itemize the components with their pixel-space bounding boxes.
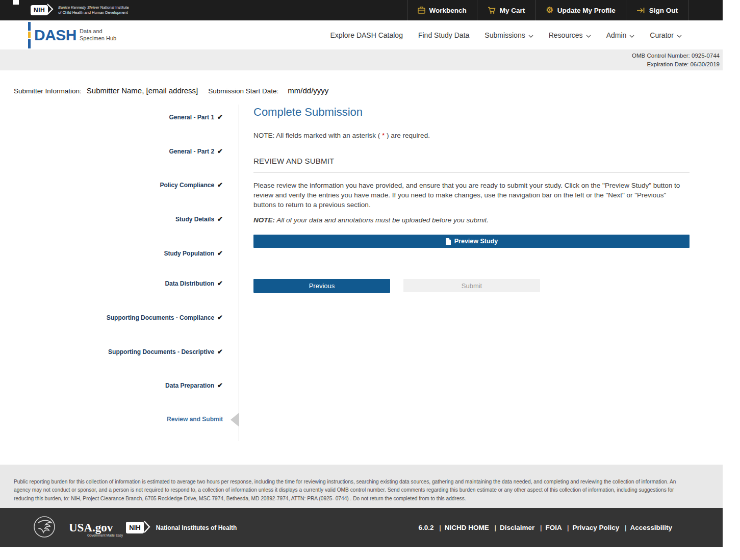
my-cart-menu-item[interactable]: My Cart xyxy=(477,0,535,20)
sidebar-step-supporting-documents-descriptive[interactable]: Supporting Documents - Descriptive✔ xyxy=(108,348,223,355)
footer-logos: USA.gov Government Made Easy NIH Nationa… xyxy=(33,516,237,540)
preview-study-button[interactable]: Preview Study xyxy=(253,235,690,248)
sign-out-label: Sign Out xyxy=(649,7,678,14)
section-divider xyxy=(253,172,690,173)
submission-start-date-label: Submission Start Date: xyxy=(208,87,278,95)
footer-link-disclaimer[interactable]: Disclaimer xyxy=(500,524,534,531)
submitter-name-value: Submitter Name, [email address] xyxy=(87,86,198,95)
sidebar-step-data-preparation[interactable]: Data Preparation✔ xyxy=(165,381,223,389)
sign-out-menu-item[interactable]: Sign Out xyxy=(626,0,688,20)
footer-link-foia[interactable]: FOIA xyxy=(546,524,562,531)
sidebar-step-supporting-documents-compliance[interactable]: Supporting Documents - Compliance✔ xyxy=(107,314,223,321)
nih-footer-chevron-icon xyxy=(144,520,151,536)
chevron-down-icon xyxy=(528,31,533,39)
workbench-icon xyxy=(418,7,425,14)
sidebar-step-study-details[interactable]: Study Details✔ xyxy=(175,215,223,223)
sidebar-step-general-part-1[interactable]: General - Part 1✔ xyxy=(169,113,223,121)
review-instructions: Please review the information you have p… xyxy=(253,181,690,210)
hhs-eagle-logo[interactable] xyxy=(33,516,56,540)
burden-statement-text: Public reporting burden for this collect… xyxy=(0,465,723,503)
cart-icon xyxy=(488,7,496,14)
sidebar-step-study-population[interactable]: Study Population✔ xyxy=(164,249,223,257)
nih-footer-box: NIH xyxy=(126,522,143,533)
nih-nichd-logo[interactable]: NIH Eunice Kennedy Shriver National Inst… xyxy=(31,3,129,17)
page: NIH Eunice Kennedy Shriver National Inst… xyxy=(0,0,740,560)
nav-submissions[interactable]: Submissions xyxy=(484,31,533,39)
section-heading: REVIEW AND SUBMIT xyxy=(253,157,690,165)
main-nav: Explore DASH Catalog Find Study Data Sub… xyxy=(330,31,682,39)
usagov-tagline: Government Made Easy xyxy=(87,533,123,537)
step-label: Data Preparation xyxy=(165,382,214,389)
omb-control-number: OMB Control Number: 0925-0744 xyxy=(632,52,720,60)
nih-chevron-icon xyxy=(47,3,54,17)
chevron-down-icon xyxy=(629,31,634,39)
omb-expiration-date: Expiration Date: 06/30/2019 xyxy=(647,60,720,68)
site-footer: USA.gov Government Made Easy NIH Nationa… xyxy=(0,508,723,547)
nav-explore-dash-catalog[interactable]: Explore DASH Catalog xyxy=(330,31,403,39)
footer-link-nichd-home[interactable]: NICHD HOME xyxy=(445,524,489,531)
previous-button[interactable]: Previous xyxy=(253,279,390,293)
chevron-down-icon xyxy=(586,31,591,39)
nav-curator[interactable]: Curator xyxy=(650,31,682,39)
nichd-org-name: Eunice Kennedy Shriver National Institut… xyxy=(58,5,129,15)
step-label: Supporting Documents - Descriptive xyxy=(108,348,214,355)
nih-logo-box: NIH xyxy=(31,5,48,15)
check-icon: ✔ xyxy=(217,249,223,257)
nav-button-row: Previous Submit xyxy=(253,279,690,293)
upload-note: NOTE: All of your data and annotations m… xyxy=(253,216,690,224)
dash-logo-bar xyxy=(28,22,31,48)
footer-link-privacy-policy[interactable]: Privacy Policy xyxy=(573,524,620,531)
dash-logo[interactable]: DASH Data andSpecimen Hub xyxy=(28,22,116,48)
sign-out-icon xyxy=(636,7,645,14)
chevron-down-icon xyxy=(677,31,682,39)
update-profile-menu-item[interactable]: ⚙ Update My Profile xyxy=(535,0,625,20)
nav-admin[interactable]: Admin xyxy=(606,31,635,39)
check-icon: ✔ xyxy=(217,348,223,355)
required-fields-note: NOTE: All fields marked with an asterisk… xyxy=(253,132,690,139)
omb-band: OMB Control Number: 0925-0744 Expiration… xyxy=(0,49,723,70)
nih-footer-logo[interactable]: NIH National Institutes of Health xyxy=(126,520,237,536)
gear-icon: ⚙ xyxy=(546,6,553,14)
sidebar-step-review-and-submit[interactable]: Review and Submit xyxy=(167,416,223,423)
page-title: Complete Submission xyxy=(253,105,690,119)
step-label: Study Details xyxy=(175,216,214,223)
top-utility-bar: NIH Eunice Kennedy Shriver National Inst… xyxy=(0,0,723,20)
submitter-info-label: Submitter Information: xyxy=(14,87,82,95)
site-header: DASH Data andSpecimen Hub Explore DASH C… xyxy=(0,20,723,49)
step-label: General - Part 1 xyxy=(169,114,214,121)
workbench-menu-item[interactable]: Workbench xyxy=(407,0,477,20)
check-icon: ✔ xyxy=(217,215,223,223)
check-icon: ✔ xyxy=(217,314,223,321)
app-version: 6.0.2 xyxy=(418,524,433,531)
step-label: Data Distribution xyxy=(165,280,214,287)
check-icon: ✔ xyxy=(217,181,223,189)
workbench-label: Workbench xyxy=(429,7,467,14)
step-label: Supporting Documents - Compliance xyxy=(107,314,214,321)
check-icon: ✔ xyxy=(217,113,223,121)
step-label: Review and Submit xyxy=(167,416,223,423)
step-label: Study Population xyxy=(164,250,214,257)
document-icon xyxy=(445,238,451,245)
submitter-info-row: Submitter Information: Submitter Name, [… xyxy=(14,86,328,95)
update-profile-label: Update My Profile xyxy=(557,7,616,14)
preview-study-label: Preview Study xyxy=(454,238,498,245)
nih-footer-text: National Institutes of Health xyxy=(156,524,237,531)
sidebar-step-data-distribution[interactable]: Data Distribution✔ xyxy=(165,279,223,287)
step-label: General - Part 2 xyxy=(169,148,214,155)
nav-resources[interactable]: Resources xyxy=(549,31,591,39)
nav-find-study-data[interactable]: Find Study Data xyxy=(418,31,469,39)
dash-logo-word: DASH xyxy=(34,27,76,44)
burden-statement-band: Public reporting burden for this collect… xyxy=(0,465,723,508)
footer-links: 6.0.2 |NICHD HOME |Disclaimer |FOIA |Pri… xyxy=(418,524,672,531)
check-icon: ✔ xyxy=(217,381,223,389)
footer-link-accessibility[interactable]: Accessibility xyxy=(630,524,672,531)
check-icon: ✔ xyxy=(217,147,223,155)
sidebar-step-general-part-2[interactable]: General - Part 2✔ xyxy=(169,147,223,155)
step-label: Policy Compliance xyxy=(160,182,214,189)
submit-button[interactable]: Submit xyxy=(403,279,540,292)
usagov-logo[interactable]: USA.gov Government Made Easy xyxy=(69,521,113,534)
sidebar-step-policy-compliance[interactable]: Policy Compliance✔ xyxy=(160,181,223,189)
screenshot-artifact xyxy=(13,0,19,5)
dash-logo-tagline: Data andSpecimen Hub xyxy=(80,28,116,42)
sidebar-divider xyxy=(239,105,239,441)
